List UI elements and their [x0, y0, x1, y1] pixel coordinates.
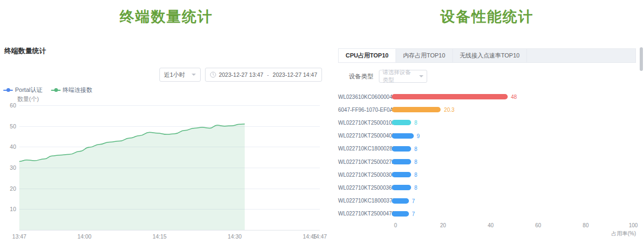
x-axis-line [19, 230, 320, 230]
date-range-end: 2023-12-27 14:47 [273, 71, 317, 78]
bar-value-label: 7 [412, 198, 415, 204]
bar-value-label: 9 [417, 133, 420, 139]
date-range-picker[interactable]: 2023-12-27 13:47 - 2023-12-27 14:47 [205, 68, 322, 82]
bar-value-label: 48 [511, 94, 517, 100]
bar-label: WL022710KT25000102 [338, 120, 392, 126]
bar-label: WL022710KC18000372 [338, 198, 392, 204]
bar-label: WL022710KT25000470 [338, 211, 392, 217]
bar-row: WL022710KC180002808 [338, 142, 633, 155]
y-tick-label: 30 [1, 164, 16, 171]
y-tick-label: 50 [1, 123, 16, 129]
y-tick-label: 60 [1, 102, 16, 109]
legend-item[interactable]: Portal认证 [3, 86, 42, 94]
device-type-select[interactable]: 请选择设备类型 [379, 70, 427, 83]
bar[interactable] [392, 159, 411, 164]
bar-track: 9 [392, 133, 633, 139]
legend-marker-icon [3, 88, 13, 92]
bar[interactable] [392, 185, 411, 190]
bar-track: 8 [392, 120, 633, 125]
y-tick-label: 10 [1, 206, 16, 212]
chevron-down-icon [419, 75, 423, 80]
bar-row: WL022710KT250004707 [338, 207, 633, 220]
y-tick-label: 40 [1, 143, 16, 150]
bar-value-label: 8 [414, 120, 418, 126]
bar[interactable] [392, 107, 441, 112]
bar[interactable] [392, 146, 411, 152]
bar-label: WL023610KC06000043 [338, 94, 392, 100]
bar-row: WL022710KT250002728 [338, 155, 633, 168]
terminal-panel-title: 终端数量统计 [4, 46, 46, 56]
x-tick-label: 13:47 [12, 233, 26, 240]
bar-label: WL022710KC18000280 [338, 146, 392, 152]
date-range-start: 2023-12-27 13:47 [219, 71, 264, 78]
chart-filters: 近1小时 2023-12-27 13:47 - 2023-12-27 14:47 [0, 68, 322, 82]
clock-icon [210, 71, 216, 78]
bar-track: 8 [392, 159, 633, 164]
y-axis-label: 数量(个) [17, 95, 39, 103]
performance-section-title: 设备性能统计 [338, 7, 636, 26]
bar[interactable] [392, 133, 414, 139]
tab-cpu-top10[interactable]: CPU占用TOP10 [339, 49, 396, 62]
bar-track: 7 [392, 198, 633, 204]
legend-label: Portal认证 [15, 86, 42, 94]
x-tick-label: 80 [583, 222, 589, 228]
bar-row: WL022710KT250003078 [338, 168, 633, 181]
device-type-label: 设备类型 [349, 73, 374, 81]
bar[interactable] [392, 211, 409, 217]
bar-label: WL022710KT25000272 [338, 159, 392, 165]
bar-track: 8 [392, 172, 633, 177]
x-tick-label: 14:30 [228, 233, 241, 240]
bar-chart: WL023610KC06000043486047-FF96-1070-EF0A2… [338, 90, 633, 220]
bar[interactable] [392, 94, 508, 99]
bar-xticks: 020406080100 [396, 222, 633, 230]
bar-track: 8 [392, 185, 633, 190]
bar-value-label: 8 [414, 146, 418, 152]
bar-label: WL022710KT25000369 [338, 185, 392, 191]
bar[interactable] [392, 198, 409, 204]
tab-memory-top10[interactable]: 内存占用TOP10 [396, 49, 453, 62]
x-tick-label: 20 [440, 222, 446, 228]
bar-value-label: 7 [412, 211, 415, 217]
bar-track: 20.3 [392, 107, 633, 112]
device-type-placeholder: 请选择设备类型 [383, 69, 413, 84]
bar-row: WL023610KC0600004348 [338, 90, 633, 103]
time-range-select[interactable]: 近1小时 [159, 68, 201, 82]
bar-row: 6047-FF96-1070-EF0A20.3 [338, 103, 633, 116]
bar-label: WL022710KT25000307 [338, 172, 392, 178]
legend-item[interactable]: 终端连接数 [51, 86, 92, 94]
device-type-filter: 设备类型 请选择设备类型 [349, 70, 427, 83]
bar-row: WL022710KC180003727 [338, 194, 633, 207]
bar-label: 6047-FF96-1070-EF0A [338, 107, 392, 113]
bar-value-label: 8 [414, 185, 418, 191]
bar-value-label: 20.3 [444, 107, 454, 113]
bar-value-label: 8 [414, 172, 418, 178]
tab-wireless-ap-rate-top10[interactable]: 无线接入点速率TOP10 [453, 49, 528, 62]
x-tick-label: 0 [394, 222, 397, 228]
bar[interactable] [392, 172, 411, 177]
scrollbar[interactable] [640, 47, 643, 71]
terminal-section-title: 终端数量统计 [0, 7, 333, 26]
legend-marker-icon [51, 88, 61, 92]
time-range-value: 近1小时 [164, 71, 185, 79]
bar-label: WL022710KT25000409 [338, 133, 392, 139]
x-tick-label: 14:00 [77, 233, 91, 240]
bar-row: WL022710KT250001028 [338, 116, 633, 129]
legend: Portal认证终端连接数 [3, 86, 92, 94]
x-tick-label: 14:47 [313, 233, 327, 240]
line-chart: 60504030201013:4714:0014:1514:3014:4514:… [19, 105, 320, 230]
date-range-separator: - [266, 71, 270, 78]
grid-line [633, 90, 634, 220]
x-tick-label: 60 [535, 222, 541, 228]
series-area [19, 124, 245, 230]
bar[interactable] [392, 120, 411, 125]
y-tick-label: 20 [1, 185, 16, 192]
legend-dot [6, 88, 10, 92]
bar-track: 7 [392, 211, 633, 217]
tab-bar: CPU占用TOP10内存占用TOP10无线接入点速率TOP10 [338, 48, 636, 63]
legend-dot [54, 88, 58, 92]
bar-row: WL022710KT250003698 [338, 181, 633, 194]
bar-value-label: 8 [414, 159, 418, 165]
x-tick-label: 14:15 [152, 233, 166, 240]
line-chart-canvas [19, 105, 320, 230]
legend-label: 终端连接数 [63, 86, 92, 94]
